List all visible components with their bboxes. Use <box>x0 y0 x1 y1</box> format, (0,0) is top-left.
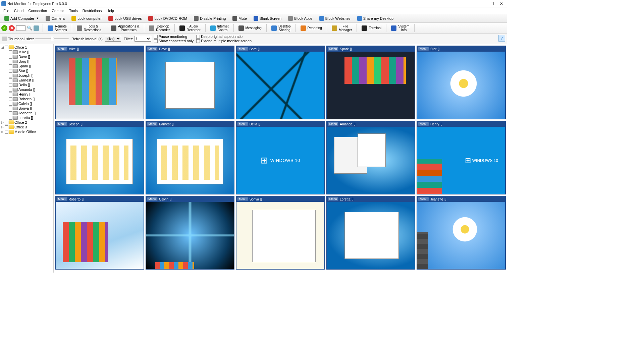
block-websites-button[interactable]: Block Websites <box>316 15 354 22</box>
thumbnail-earnest[interactable]: MenuEarnest[] <box>146 121 235 194</box>
thumbnail-menu-button[interactable]: Menu <box>56 197 67 201</box>
tools-restrictions-button[interactable]: Tools & Restrictions <box>74 23 104 33</box>
tree-group-office-3[interactable]: ▷Office 3 <box>1 125 53 129</box>
thumbnail-screenshot[interactable] <box>327 202 415 269</box>
tool-icon[interactable] <box>34 25 39 31</box>
terminal-button[interactable]: Terminal <box>359 24 384 32</box>
confirm-button[interactable]: ✓ <box>1 25 7 31</box>
collapse-icon[interactable]: ◢ <box>1 46 4 49</box>
checkbox[interactable] <box>9 55 12 59</box>
mute-button[interactable]: Mute <box>229 15 250 22</box>
apps-processes-button[interactable]: Applications & Processes <box>108 23 142 33</box>
thumbnail-menu-button[interactable]: Menu <box>147 122 158 126</box>
thumbnail-screenshot[interactable] <box>417 202 505 269</box>
tree-item-sonya[interactable]: Sonya [] <box>1 106 53 111</box>
filter-select[interactable]: / <box>135 36 151 42</box>
thumbnail-della[interactable]: MenuDella[]WINDOWS 10 <box>236 121 325 194</box>
keep-aspect-check[interactable]: Keep original aspect ratio <box>196 35 252 39</box>
remote-screens-button[interactable]: Remote Screens <box>45 23 70 33</box>
thumbnail-screenshot[interactable] <box>327 52 415 119</box>
tree-item-spark[interactable]: Spark [] <box>1 64 53 68</box>
expand-icon[interactable]: ▷ <box>1 130 4 133</box>
thumbnail-menu-button[interactable]: Menu <box>418 47 429 51</box>
camera-button[interactable]: Camera <box>43 15 68 22</box>
thumbnail-star[interactable]: MenuStar[] <box>417 46 506 119</box>
desktop-recorder-button[interactable]: Desktop Recorder <box>146 23 173 33</box>
expand-icon[interactable]: ▷ <box>1 125 4 129</box>
menu-help[interactable]: Help <box>104 8 116 13</box>
minimize-button[interactable]: — <box>480 1 485 6</box>
tree-item-earnest[interactable]: Earnest [] <box>1 78 53 82</box>
lock-usb-button[interactable]: Lock USB drives <box>105 15 145 22</box>
checkbox[interactable] <box>9 83 12 87</box>
checkbox[interactable] <box>9 60 12 63</box>
fullscreen-button[interactable]: ⤢ <box>498 35 505 42</box>
thumbnail-menu-button[interactable]: Menu <box>147 47 158 51</box>
close-button[interactable]: ✕ <box>499 1 504 6</box>
thumbnail-screenshot[interactable]: ⊞ WINDOWS 10 <box>417 127 505 194</box>
messaging-button[interactable]: Messaging <box>235 24 265 32</box>
reporting-button[interactable]: Reporting <box>298 24 325 32</box>
extend-monitor-check[interactable]: Extend multiple monitor screen <box>196 39 252 43</box>
menu-cloud[interactable]: Cloud <box>12 8 26 13</box>
add-computer-button[interactable]: Add Computer▼ <box>1 15 42 22</box>
tree-item-joseph[interactable]: Joseph [] <box>1 73 53 78</box>
internet-control-button[interactable]: Internet Control <box>207 23 232 33</box>
menu-restrictions[interactable]: Restrictions <box>80 8 104 13</box>
thumbnail-joseph[interactable]: MenuJoseph[] <box>55 121 144 194</box>
tree-item-mike[interactable]: Mike [] <box>1 50 53 54</box>
expand-icon[interactable]: ▷ <box>1 121 4 124</box>
checkbox[interactable] <box>9 111 12 115</box>
thumbnail-screenshot[interactable] <box>56 202 144 269</box>
file-manager-button[interactable]: File Manager <box>329 23 355 33</box>
tree-item-loretta[interactable]: Loretta [] <box>1 115 53 120</box>
share-desktop-button[interactable]: Share my Desktop <box>354 15 396 22</box>
thumbnail-screenshot[interactable] <box>56 52 144 119</box>
thumbnail-menu-button[interactable]: Menu <box>328 47 339 51</box>
lock-dvd-button[interactable]: Lock DVD/CD-ROM <box>145 15 190 22</box>
checkbox[interactable] <box>9 64 12 68</box>
tree-item-roberto[interactable]: Roberto [] <box>1 97 53 101</box>
tree-group-middle-office[interactable]: ▷Middle Office <box>1 129 53 134</box>
thumbnail-menu-button[interactable]: Menu <box>237 197 248 201</box>
thumbnail-screenshot[interactable] <box>236 202 324 269</box>
thumbnail-menu-button[interactable]: Menu <box>328 122 339 126</box>
checkbox[interactable] <box>5 121 8 124</box>
thumbnail-henry[interactable]: MenuHenry[]⊞ WINDOWS 10 <box>417 121 506 194</box>
checkbox[interactable] <box>5 130 8 134</box>
tree-item-dave[interactable]: Dave [] <box>1 54 53 59</box>
thumbnail-spark[interactable]: MenuSpark[] <box>326 46 416 119</box>
thumbnail-screenshot[interactable] <box>417 52 505 119</box>
menu-tools[interactable]: Tools <box>67 8 80 13</box>
thumbnail-menu-button[interactable]: Menu <box>237 47 248 51</box>
menu-connection[interactable]: Connection <box>26 8 49 13</box>
thumbnail-screenshot[interactable] <box>146 52 234 119</box>
checkbox[interactable] <box>9 69 12 73</box>
audio-recorder-button[interactable]: Audio Recorder <box>176 23 203 33</box>
thumbnail-menu-button[interactable]: Menu <box>418 122 429 126</box>
thumbnail-dave[interactable]: MenuDave[] <box>146 46 235 119</box>
checkbox[interactable] <box>5 125 8 129</box>
tree-group-office-1[interactable]: ◢Office 1 <box>1 45 53 50</box>
tree-item-star[interactable]: Star [] <box>1 68 53 73</box>
thumbnail-screenshot[interactable] <box>236 52 324 119</box>
thumbnail-menu-button[interactable]: Menu <box>418 197 429 201</box>
checkbox[interactable] <box>9 93 12 96</box>
cancel-button[interactable]: ✕ <box>9 25 15 31</box>
thumbnail-menu-button[interactable]: Menu <box>56 122 67 126</box>
blank-screen-button[interactable]: Blank Screen <box>251 15 284 22</box>
tree-item-calvin[interactable]: Calvin [] <box>1 101 53 106</box>
thumbnail-screenshot[interactable] <box>56 127 144 194</box>
thumbnail-roberto[interactable]: MenuRoberto[] <box>55 196 144 270</box>
pause-monitoring-check[interactable]: Pause monitoring <box>154 35 194 39</box>
checkbox[interactable] <box>9 102 12 106</box>
disable-printing-button[interactable]: Disable Printing <box>191 15 229 22</box>
thumbnail-sonya[interactable]: MenuSonya[] <box>236 196 325 270</box>
thumbnail-mike[interactable]: MenuMike[] <box>55 46 144 119</box>
lock-computer-button[interactable]: Lock computer <box>68 15 105 22</box>
search-input[interactable] <box>16 25 25 31</box>
tree-item-borg[interactable]: Borg [] <box>1 59 53 64</box>
show-connected-check[interactable]: Show connected only <box>154 39 194 43</box>
thumbnail-amanda[interactable]: MenuAmanda[] <box>326 121 416 194</box>
thumbnail-menu-button[interactable]: Menu <box>147 197 158 201</box>
